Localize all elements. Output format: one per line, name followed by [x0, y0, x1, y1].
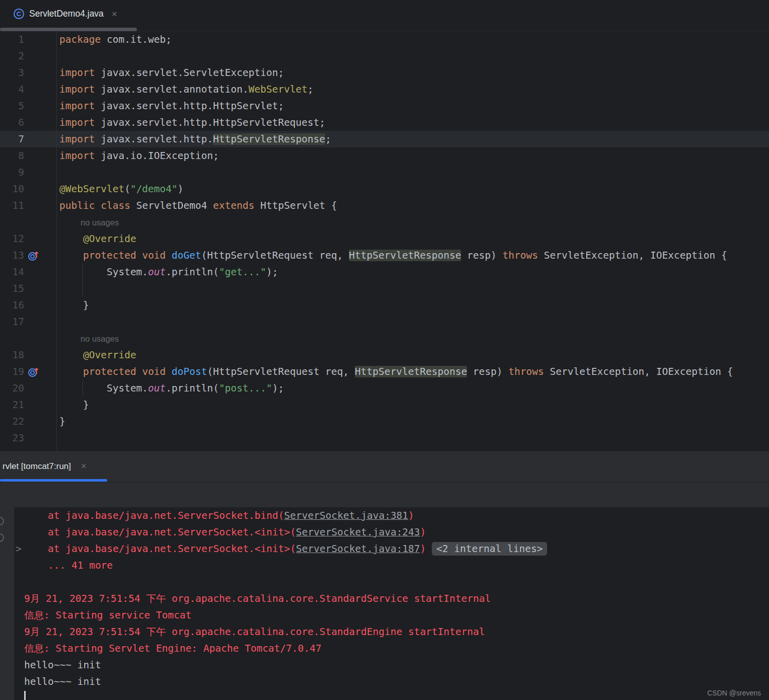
stacktrace-link[interactable]: ServerSocket.java:187	[296, 543, 420, 555]
code-line: 16 }	[0, 297, 769, 314]
code-line: 4import javax.servlet.annotation.WebServ…	[0, 81, 769, 98]
code-text: System.out.println("post...");	[59, 380, 284, 397]
editor-pane[interactable]: 1package com.it.web;23import javax.servl…	[0, 31, 769, 450]
code-line: 9	[0, 164, 769, 181]
code-line: 11public class ServletDemo4 extends Http…	[0, 197, 769, 214]
stacktrace-link[interactable]: ServerSocket.java:243	[296, 526, 420, 538]
gutter-cell: ↑	[24, 247, 56, 264]
console-line: ... 41 more	[0, 557, 769, 574]
override-method-icon[interactable]: ↑	[28, 366, 39, 377]
gutter-cell	[24, 314, 56, 330]
code-text: protected void doGet(HttpServletRequest …	[59, 247, 727, 264]
code-text: import javax.servlet.http.HttpServlet;	[59, 98, 284, 114]
inlay-hint-row: no usages	[0, 214, 769, 230]
console-line	[0, 574, 769, 590]
gutter-cell	[24, 197, 56, 214]
line-number: 23	[0, 430, 24, 446]
code-line: 13↑ protected void doGet(HttpServletRequ…	[0, 247, 769, 264]
code-line: 8import java.io.IOException;	[0, 147, 769, 164]
gutter-cell	[24, 31, 56, 48]
console-line: 信息: Starting Servlet Engine: Apache Tomc…	[0, 640, 769, 657]
watermark: CSDN @srevens	[707, 689, 761, 697]
console-line: > at java.base/java.net.ServerSocket.<in…	[0, 540, 769, 557]
console-text: at java.base/java.net.ServerSocket.<init…	[24, 526, 296, 538]
code-text: import java.io.IOException;	[59, 147, 219, 164]
folded-lines-chip[interactable]: <2 internal lines>	[432, 542, 547, 556]
close-icon[interactable]: ×	[112, 9, 117, 20]
code-text: @WebServlet("/demo4")	[59, 181, 184, 197]
java-class-icon: C	[14, 9, 24, 19]
console-text: hello~~~ init	[24, 659, 101, 671]
gutter-cell	[24, 64, 56, 81]
editor-tab[interactable]: C ServletDemo4.java ×	[0, 0, 124, 28]
console-line: at java.base/java.net.ServerSocket.<init…	[0, 524, 769, 540]
line-number	[0, 330, 24, 347]
line-number: 10	[0, 181, 24, 197]
code-text: @Override	[59, 347, 136, 363]
console-line: 9月 21, 2023 7:51:54 下午 org.apache.catali…	[0, 590, 769, 607]
code-text: public class ServletDemo4 extends HttpSe…	[59, 197, 337, 214]
console-line: hello~~~ init	[0, 657, 769, 673]
line-number: 4	[0, 81, 24, 98]
stacktrace-link[interactable]: ServerSocket.java:381	[284, 510, 409, 521]
code-text: System.out.println("get...");	[59, 264, 278, 280]
line-number: 13	[0, 247, 24, 264]
line-number: 3	[0, 64, 24, 81]
console-text: 9月 21, 2023 7:51:54 下午 org.apache.catali…	[24, 593, 491, 604]
code-line: 3import javax.servlet.ServletException;	[0, 64, 769, 81]
line-number: 17	[0, 314, 24, 330]
code-line: 7import javax.servlet.http.HttpServletRe…	[0, 131, 769, 147]
code-text: import javax.servlet.http.HttpServletReq…	[59, 114, 325, 131]
code-text: import javax.servlet.annotation.WebServl…	[59, 81, 314, 98]
run-tab-title: rvlet [tomcat7:run]	[3, 461, 71, 472]
gutter-cell	[24, 430, 56, 446]
gutter-cell	[24, 114, 56, 131]
gutter-cell	[24, 98, 56, 114]
text-caret	[24, 691, 26, 700]
line-number: 20	[0, 380, 24, 397]
line-number: 22	[0, 413, 24, 430]
gutter-cell	[24, 347, 56, 363]
code-text: import javax.servlet.ServletException;	[59, 64, 284, 81]
console-text: 信息: Starting service Tomcat	[24, 609, 192, 621]
code-text: import javax.servlet.http.HttpServletRes…	[59, 131, 331, 147]
gutter-cell	[24, 297, 56, 314]
line-number: 14	[0, 264, 24, 280]
console-text: 信息: Starting Servlet Engine: Apache Tomc…	[24, 643, 322, 654]
fold-chevron-icon[interactable]: >	[16, 540, 22, 557]
editor-tab-underline	[0, 28, 137, 31]
usages-inlay-hint[interactable]: no usages	[81, 218, 119, 227]
gutter-cell	[24, 380, 56, 397]
gutter-cell	[24, 81, 56, 98]
code-line: 20 System.out.println("post...");	[0, 380, 769, 397]
run-tab[interactable]: rvlet [tomcat7:run] ×	[0, 451, 91, 482]
gutter-cell	[24, 330, 56, 347]
editor-rows: 1package com.it.web;23import javax.servl…	[0, 31, 769, 446]
console-line	[0, 690, 769, 700]
console-output[interactable]: at java.base/java.net.ServerSocket.bind(…	[0, 507, 769, 700]
code-line: 6import javax.servlet.http.HttpServletRe…	[0, 114, 769, 131]
line-number: 16	[0, 297, 24, 314]
close-icon[interactable]: ×	[81, 461, 87, 472]
gutter-cell	[24, 413, 56, 430]
console-text: )	[420, 526, 426, 538]
code-line: 23	[0, 430, 769, 446]
usages-inlay-hint[interactable]: no usages	[81, 334, 119, 343]
code-line: 22}	[0, 413, 769, 430]
line-number: 5	[0, 98, 24, 114]
code-line: 15	[0, 280, 769, 297]
ide-window: C ServletDemo4.java × 1package com.it.we…	[0, 0, 769, 700]
gutter-cell	[24, 230, 56, 247]
gutter-cell: ↑	[24, 363, 56, 380]
gutter-cell	[24, 280, 56, 297]
gutter-cell	[24, 264, 56, 280]
code-text: }	[59, 297, 89, 314]
override-method-icon[interactable]: ↑	[28, 250, 39, 261]
code-text: }	[59, 413, 65, 430]
console-text: )	[420, 543, 432, 555]
line-number: 15	[0, 280, 24, 297]
code-line: 17	[0, 314, 769, 330]
gutter-cell	[24, 397, 56, 413]
code-line: 12 @Override	[0, 230, 769, 247]
console-text: at java.base/java.net.ServerSocket.<init…	[24, 543, 296, 555]
